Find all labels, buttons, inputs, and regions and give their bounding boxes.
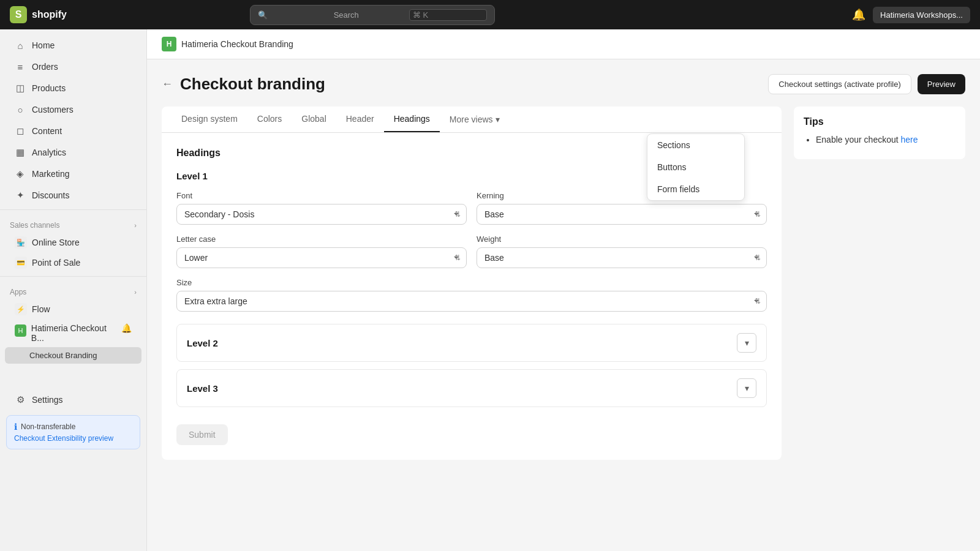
level2-title: Level 2 bbox=[187, 338, 218, 348]
orders-icon: ≡ bbox=[15, 61, 26, 72]
dropdown-item-sections[interactable]: Sections bbox=[647, 134, 744, 156]
weight-group: Weight Base bbox=[477, 234, 767, 268]
bell-icon[interactable]: 🔔 bbox=[852, 8, 865, 21]
weight-select-wrapper: Base bbox=[477, 247, 767, 268]
analytics-icon: ▦ bbox=[15, 147, 26, 158]
chevron-icon: › bbox=[134, 288, 137, 296]
online-store-icon: 🏪 bbox=[15, 236, 27, 249]
preview-button[interactable]: Preview bbox=[918, 74, 965, 94]
sidebar-item-checkout-branding[interactable]: Checkout Branding bbox=[5, 347, 141, 364]
level3-toggle[interactable]: ▾ bbox=[737, 378, 756, 398]
sidebar-item-online-store[interactable]: 🏪 Online Store bbox=[5, 233, 141, 252]
workspace-button[interactable]: Hatimeria Workshops... bbox=[873, 7, 970, 23]
tips-card: Tips Enable your checkout here bbox=[794, 107, 965, 159]
lettercase-weight-row: Letter case Lower bbox=[176, 234, 767, 268]
tips-title: Tips bbox=[804, 116, 956, 127]
sidebar-item-label: Home bbox=[32, 40, 55, 50]
sidebar-item-discounts[interactable]: ✦ Discounts bbox=[5, 185, 141, 206]
sidebar-item-analytics[interactable]: ▦ Analytics bbox=[5, 142, 141, 163]
letter-case-select[interactable]: Lower bbox=[176, 247, 467, 268]
sidebar-item-orders[interactable]: ≡ Orders bbox=[5, 56, 141, 77]
products-icon: ◫ bbox=[15, 83, 26, 94]
level3-header[interactable]: Level 3 ▾ bbox=[177, 370, 766, 407]
kerning-select[interactable]: Base bbox=[477, 204, 767, 225]
tab-colors[interactable]: Colors bbox=[247, 107, 292, 132]
customers-icon: ○ bbox=[15, 104, 26, 115]
level2-toggle[interactable]: ▾ bbox=[737, 333, 756, 353]
sidebar-item-label: Content bbox=[32, 126, 62, 136]
sidebar-item-label: Orders bbox=[32, 62, 58, 72]
more-views-button[interactable]: More views ▾ bbox=[440, 108, 510, 130]
marketing-icon: ◈ bbox=[15, 168, 26, 179]
weight-select[interactable]: Base bbox=[477, 247, 767, 268]
notification-title: Non-transferable bbox=[21, 422, 75, 431]
tab-design-system[interactable]: Design system bbox=[172, 107, 247, 132]
divider-1 bbox=[0, 209, 146, 210]
search-box[interactable]: 🔍 Search ⌘ K bbox=[250, 5, 495, 25]
size-select[interactable]: Extra extra large bbox=[176, 291, 767, 312]
content-area: H Hatimeria Checkout Branding ← Checkout… bbox=[147, 29, 980, 551]
sidebar-item-customers[interactable]: ○ Customers bbox=[5, 99, 141, 120]
sales-channels-section: Sales channels › bbox=[0, 214, 146, 232]
tab-global[interactable]: Global bbox=[292, 107, 336, 132]
sidebar-item-point-of-sale[interactable]: 💳 Point of Sale bbox=[5, 253, 141, 272]
sidebar-item-content[interactable]: ◻ Content bbox=[5, 121, 141, 141]
info-icon: ℹ bbox=[14, 422, 17, 432]
search-icon: 🔍 bbox=[258, 10, 328, 20]
size-group: Size Extra extra large bbox=[176, 278, 767, 312]
weight-label: Weight bbox=[477, 234, 767, 244]
divider-2 bbox=[0, 276, 146, 277]
dropdown-item-buttons[interactable]: Buttons bbox=[647, 156, 744, 178]
chevron-icon: › bbox=[134, 222, 137, 229]
shopify-icon: S bbox=[10, 6, 27, 23]
sidebar-item-settings[interactable]: ⚙ Settings bbox=[5, 389, 141, 410]
letter-case-label: Letter case bbox=[176, 234, 467, 244]
back-button[interactable]: ← bbox=[162, 78, 173, 91]
tab-headings[interactable]: Headings bbox=[384, 107, 440, 132]
flow-icon: ⚡ bbox=[15, 303, 27, 315]
apps-label: Apps bbox=[10, 288, 26, 296]
tips-panel: Tips Enable your checkout here bbox=[782, 107, 965, 159]
brand-icon: H bbox=[162, 37, 176, 51]
font-select[interactable]: Secondary - Dosis bbox=[176, 204, 467, 225]
notification-header: ℹ Non-transferable bbox=[14, 422, 132, 432]
sidebar: ⌂ Home ≡ Orders ◫ Products ○ Customers ◻… bbox=[0, 29, 147, 551]
breadcrumb-text: Hatimeria Checkout Branding bbox=[181, 39, 293, 49]
tip-link-0[interactable]: here bbox=[901, 135, 918, 144]
dropdown-item-form-fields[interactable]: Form fields bbox=[647, 178, 744, 200]
chevron-down-icon: ▾ bbox=[496, 114, 500, 124]
pos-icon: 💳 bbox=[15, 257, 27, 269]
sidebar-item-label: Customers bbox=[32, 105, 74, 114]
level2-section: Level 2 ▾ bbox=[176, 324, 767, 362]
sidebar-item-label: Products bbox=[32, 83, 66, 93]
sidebar-item-products[interactable]: ◫ Products bbox=[5, 78, 141, 99]
sales-channels-label: Sales channels bbox=[10, 221, 59, 230]
sidebar-item-marketing[interactable]: ◈ Marketing bbox=[5, 163, 141, 184]
logo: S shopify bbox=[10, 6, 67, 23]
tabs-row: Design system Colors Global Header Headi… bbox=[162, 107, 782, 133]
content-with-panel: Design system Colors Global Header Headi… bbox=[162, 107, 965, 460]
level2-header[interactable]: Level 2 ▾ bbox=[177, 324, 766, 361]
bell-badge-icon: 🔔 bbox=[121, 323, 132, 333]
level3-section: Level 3 ▾ bbox=[176, 369, 767, 407]
discounts-icon: ✦ bbox=[15, 190, 26, 201]
breadcrumb-bar: H Hatimeria Checkout Branding bbox=[147, 29, 980, 59]
checkout-settings-button[interactable]: Checkout settings (activate profile) bbox=[768, 74, 911, 94]
content-icon: ◻ bbox=[15, 126, 26, 137]
page-content: ← Checkout branding Checkout settings (a… bbox=[147, 59, 980, 474]
search-shortcut: ⌘ K bbox=[409, 9, 487, 21]
logo-text: shopify bbox=[32, 9, 67, 20]
tab-header[interactable]: Header bbox=[336, 107, 384, 132]
sidebar-item-home[interactable]: ⌂ Home bbox=[5, 35, 141, 56]
sidebar-item-hatimeria[interactable]: H Hatimeria Checkout B... 🔔 bbox=[5, 320, 141, 347]
tips-list: Enable your checkout here bbox=[804, 135, 956, 144]
settings-icon: ⚙ bbox=[15, 394, 26, 405]
notification-link[interactable]: Checkout Extensibility preview bbox=[14, 434, 113, 443]
hatimeria-icon: H bbox=[15, 324, 26, 337]
sidebar-item-label: Hatimeria Checkout B... bbox=[31, 323, 116, 343]
sidebar-item-label: Marketing bbox=[32, 169, 69, 179]
submit-button[interactable]: Submit bbox=[176, 424, 228, 445]
more-views-label: More views bbox=[450, 114, 493, 124]
sidebar-item-flow[interactable]: ⚡ Flow bbox=[5, 299, 141, 319]
size-select-wrapper: Extra extra large bbox=[176, 291, 767, 312]
